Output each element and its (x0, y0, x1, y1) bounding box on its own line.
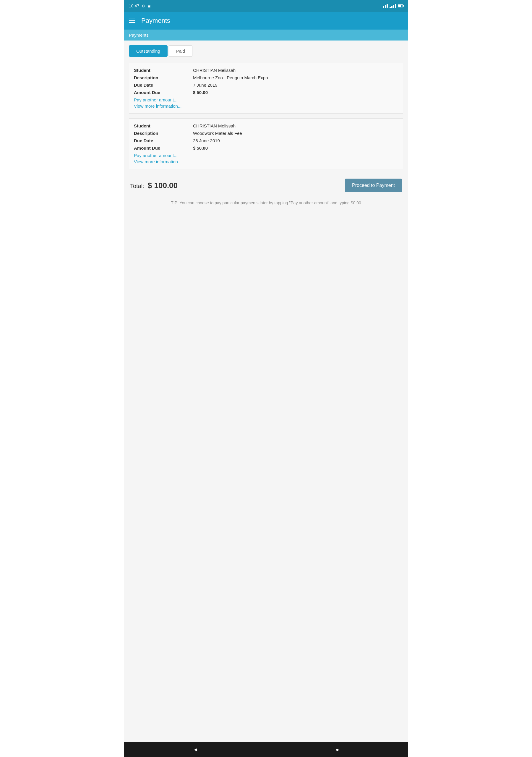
breadcrumb: Payments (124, 30, 408, 41)
breadcrumb-label: Payments (129, 33, 149, 38)
tab-paid[interactable]: Paid (169, 45, 192, 57)
description-row-2: Description Woodwork Materials Fee (134, 131, 398, 136)
payment-links-2: Pay another amount... View more informat… (134, 153, 398, 164)
due-date-label-2: Due Date (134, 138, 193, 143)
sim-icon: ▣ (147, 4, 150, 8)
signal-icon (390, 4, 396, 8)
due-date-row-1: Due Date 7 June 2019 (134, 82, 398, 87)
student-value-2: CHRISTIAN Melissah (193, 123, 236, 128)
back-button[interactable]: ◄ (187, 744, 204, 744)
total-label-amount: Total: $ 100.00 (130, 181, 178, 190)
view-more-link-2[interactable]: View more information... (134, 159, 398, 164)
pay-another-link-2[interactable]: Pay another amount... (134, 153, 398, 158)
due-date-row-2: Due Date 28 June 2019 (134, 138, 398, 143)
status-bar-right (383, 4, 403, 8)
payment-card-2: Student CHRISTIAN Melissah Description W… (129, 118, 403, 169)
student-label-1: Student (134, 68, 193, 73)
amount-label-1: Amount Due (134, 90, 193, 95)
total-label: Total: (130, 183, 144, 190)
student-label-2: Student (134, 123, 193, 128)
description-value-2: Woodwork Materials Fee (193, 131, 242, 136)
amount-row-2: Amount Due $ 50.00 (134, 145, 398, 151)
description-label-2: Description (134, 131, 193, 136)
due-date-value-2: 28 June 2019 (193, 138, 220, 143)
tab-outstanding[interactable]: Outstanding (129, 45, 167, 57)
tabs-container: Outstanding Paid (129, 45, 403, 57)
description-row-1: Description Melbourne Zoo - Penguin Marc… (134, 75, 398, 80)
due-date-value-1: 7 June 2019 (193, 82, 218, 87)
wifi-icon (383, 4, 388, 8)
home-button[interactable]: ● (330, 744, 345, 744)
hamburger-menu-icon[interactable] (129, 19, 135, 23)
status-bar-left: 10:47 ⚙ ▣ (129, 4, 150, 8)
app-bar-title: Payments (141, 17, 170, 24)
settings-icon: ⚙ (142, 4, 145, 8)
student-row-1: Student CHRISTIAN Melissah (134, 68, 398, 73)
pay-another-link-1[interactable]: Pay another amount... (134, 97, 398, 102)
proceed-to-payment-button[interactable]: Proceed to Payment (345, 179, 402, 192)
battery-icon (398, 4, 403, 7)
due-date-label-1: Due Date (134, 82, 193, 87)
payment-links-1: Pay another amount... View more informat… (134, 97, 398, 108)
student-value-1: CHRISTIAN Melissah (193, 68, 236, 73)
bottom-nav: ◄ ● (124, 742, 408, 744)
amount-value-1: $ 50.00 (193, 90, 208, 95)
student-row-2: Student CHRISTIAN Melissah (134, 123, 398, 128)
amount-label-2: Amount Due (134, 145, 193, 151)
view-more-link-1[interactable]: View more information... (134, 104, 398, 108)
description-value-1: Melbourne Zoo - Penguin March Expo (193, 75, 268, 80)
amount-row-1: Amount Due $ 50.00 (134, 90, 398, 95)
total-amount: $ 100.00 (148, 181, 178, 190)
description-label-1: Description (134, 75, 193, 80)
total-section: Total: $ 100.00 Proceed to Payment (129, 174, 403, 197)
amount-value-2: $ 50.00 (193, 145, 208, 151)
payment-card-1: Student CHRISTIAN Melissah Description M… (129, 63, 403, 113)
status-bar: 10:47 ⚙ ▣ (124, 0, 408, 12)
tip-text: TIP: You can choose to pay particular pa… (129, 200, 403, 205)
main-content: Outstanding Paid Student CHRISTIAN Melis… (124, 41, 408, 744)
status-time: 10:47 (129, 4, 139, 8)
app-bar: Payments (124, 12, 408, 30)
